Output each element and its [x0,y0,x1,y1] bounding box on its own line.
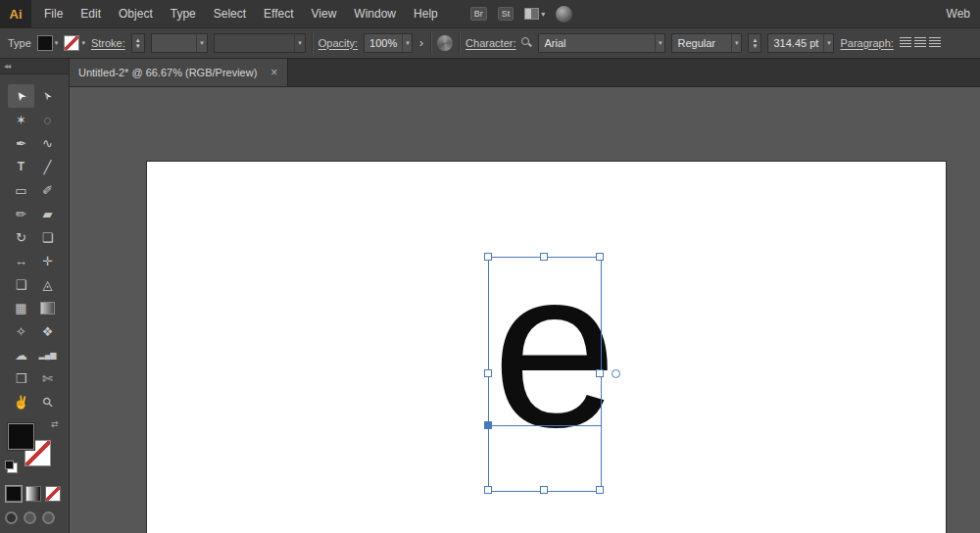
handle-middle-right[interactable] [596,369,604,377]
menu-effect[interactable]: Effect [255,7,302,21]
tool-rectangle[interactable]: ▭ [8,178,34,202]
text-baseline [488,425,601,426]
handle-middle-left[interactable] [484,369,492,377]
tool-line-segment[interactable]: ╱ [34,155,61,178]
color-button[interactable] [6,486,22,502]
tool-pencil[interactable]: ✏ [8,202,34,225]
tool-mesh[interactable]: ▦ [8,296,34,319]
tool-slice[interactable]: ✄ [34,366,61,390]
tool-type[interactable]: T [8,155,34,178]
handle-top-center[interactable] [540,253,548,261]
tool-symbol-sprayer[interactable]: ☁ [8,343,34,366]
menu-bar: Ai FileEditObjectTypeSelectEffectViewWin… [0,0,980,28]
tool-lasso[interactable]: ◌ [34,108,61,131]
paragraph-panel-link[interactable]: Paragraph: [840,37,893,49]
scale-tool-icon: ❏ [42,230,54,245]
sync-settings-icon[interactable] [556,6,572,23]
tool-perspective-grid[interactable]: ◬ [34,272,61,296]
divider [430,32,431,54]
curvature-tool-icon: ∿ [42,136,53,151]
tool-pen[interactable]: ✒ [8,131,34,155]
tool-column-graph[interactable]: ▂▄▆ [34,343,61,366]
menu-window[interactable]: Window [345,7,405,21]
menu-edit[interactable]: Edit [72,7,110,21]
handle-rotate-right[interactable] [612,369,620,378]
align-right-icon[interactable] [929,37,941,48]
font-style-value: Regular [672,37,720,49]
free-transform-tool-icon: ✛ [42,254,53,268]
align-center-icon[interactable] [914,37,926,48]
opacity-options-chevron[interactable]: › [418,36,424,50]
recolor-artwork-icon[interactable] [437,35,453,51]
tool-direct-selection[interactable]: ➢ [34,84,61,108]
menu-type[interactable]: Type [162,7,205,21]
type-tool-icon: T [18,160,24,173]
text-anchor-point[interactable] [484,421,492,429]
gradient-button[interactable] [25,486,41,502]
tool-zoom[interactable]: ⚲ [34,390,61,413]
fill-color-dropdown[interactable]: ▾ [37,35,59,51]
stroke-weight-dropdown[interactable]: ▾ [151,33,208,53]
opacity-dropdown[interactable]: 100% ▾ [364,33,413,53]
menu-items: FileEditObjectTypeSelectEffectViewWindow… [35,7,447,21]
opacity-panel-link[interactable]: Opacity: [318,37,358,49]
align-left-icon[interactable] [900,37,911,48]
handle-top-right[interactable] [596,253,604,261]
character-panel-link[interactable]: Character: [466,37,515,49]
perspective-grid-tool-icon: ◬ [43,277,53,292]
app-bar-icons: Br St ▾ [470,6,573,23]
font-family-value: Arial [539,37,570,49]
workspace-switcher[interactable]: Web [947,7,980,21]
fill-swatch[interactable] [8,423,34,450]
brush-definition-dropdown[interactable]: ▾ [214,33,306,53]
chevron-down-icon: ▾ [402,34,413,52]
menu-object[interactable]: Object [110,7,162,21]
default-fill-stroke-icon[interactable] [5,460,14,469]
tool-scale[interactable]: ❏ [34,225,61,249]
tools-panel: ◂◂ ➤➢✶◌✒∿T╱▭✐✏▰↻❏↔✛❑◬▦▩✧❖☁▂▄▆❒✄✌⚲ ⇄ [0,59,70,533]
font-size-stepper[interactable]: ▲▼ [748,33,761,53]
handle-bottom-right[interactable] [596,486,604,494]
font-style-dropdown[interactable]: Regular ▾ [671,33,742,53]
chevron-down-icon: ▾ [541,10,545,19]
tool-width[interactable]: ↔ [8,249,34,272]
tool-paintbrush[interactable]: ✐ [34,178,61,202]
stock-button[interactable]: St [498,7,514,21]
tool-rotate[interactable]: ↻ [8,225,34,249]
tool-selection[interactable]: ➤ [8,84,34,108]
tool-artboard[interactable]: ❒ [8,366,34,390]
draw-behind-button[interactable] [24,511,36,524]
canvas[interactable]: e [69,86,980,533]
tool-shape-builder[interactable]: ❑ [8,272,34,296]
font-family-dropdown[interactable]: Arial ▾ [538,33,665,53]
tool-blend[interactable]: ❖ [34,319,61,343]
tab-close-icon[interactable]: × [270,66,277,79]
font-size-dropdown[interactable]: 314.45 pt ▾ [767,33,834,53]
tool-eraser[interactable]: ▰ [34,202,61,225]
font-search-icon[interactable] [521,37,532,48]
arrange-documents-button[interactable]: ▾ [524,8,545,20]
tool-eyedropper[interactable]: ✧ [8,319,34,343]
stroke-weight-stepper[interactable]: ▲▼ [131,33,145,53]
tool-gradient[interactable]: ▩ [34,296,61,319]
handle-top-left[interactable] [484,253,492,261]
draw-normal-button[interactable] [5,511,18,524]
draw-inside-button[interactable] [42,511,55,524]
handle-bottom-left[interactable] [484,486,492,494]
tool-free-transform[interactable]: ✛ [34,249,61,272]
menu-select[interactable]: Select [205,7,255,21]
stroke-panel-link[interactable]: Stroke: [91,37,125,49]
tool-curvature[interactable]: ∿ [34,131,61,155]
tool-hand[interactable]: ✌ [8,390,34,413]
bridge-button[interactable]: Br [470,7,487,21]
stroke-color-dropdown[interactable]: ▾ [64,35,85,51]
menu-view[interactable]: View [303,7,346,21]
swap-fill-stroke-icon[interactable]: ⇄ [51,419,59,429]
menu-help[interactable]: Help [405,7,447,21]
collapse-panel-button[interactable]: ◂◂ [4,62,10,71]
document-tab[interactable]: Untitled-2* @ 66.67% (RGB/Preview) × [69,59,288,86]
none-button[interactable] [45,486,61,502]
tool-magic-wand[interactable]: ✶ [8,108,34,131]
menu-file[interactable]: File [35,7,72,21]
handle-bottom-center[interactable] [540,486,548,494]
